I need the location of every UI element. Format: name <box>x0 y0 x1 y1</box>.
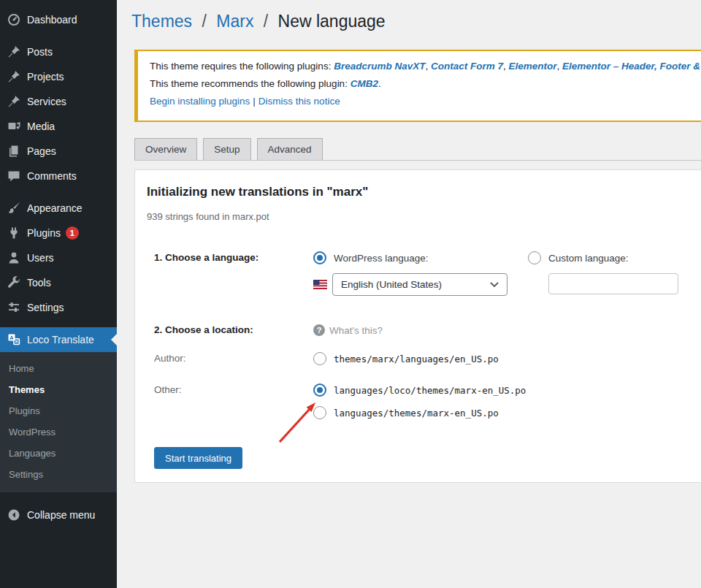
sidebar-item-settings[interactable]: Settings <box>0 295 117 320</box>
dashboard-icon <box>7 12 21 27</box>
page-title: New language <box>278 12 386 31</box>
loco-tabs: Overview Setup Advanced <box>134 138 701 161</box>
admin-sidebar: Dashboard Posts Projects Services Media <box>0 0 117 588</box>
submenu-item-plugins[interactable]: Plugins <box>0 400 117 421</box>
submenu-item-home[interactable]: Home <box>0 358 117 379</box>
plugin-link-breadcrumb-navxt[interactable]: Breadcrumb NavXT <box>334 61 425 72</box>
submenu-item-themes[interactable]: Themes <box>0 379 117 400</box>
sidebar-item-comments[interactable]: Comments <box>0 164 117 188</box>
sidebar-item-dashboard[interactable]: Dashboard <box>0 7 117 32</box>
plugin-link-contact-form-7[interactable]: Contact Form 7 <box>431 61 503 72</box>
plugin-link-cmb2[interactable]: CMB2 <box>350 78 378 89</box>
author-label: Author: <box>154 352 313 365</box>
chevron-down-icon <box>490 279 499 290</box>
submenu-item-languages[interactable]: Languages <box>0 443 117 464</box>
breadcrumb: Themes / Marx / New language <box>117 0 701 32</box>
choose-language-label: 1. Choose a language: <box>154 251 313 296</box>
brush-icon <box>7 201 21 215</box>
breadcrumb-marx-link[interactable]: Marx <box>216 12 253 31</box>
plugin-link-elementor-header-footer[interactable]: Elementor – Header, Footer & Blocks Te <box>562 61 701 72</box>
plugin-link-elementor[interactable]: Elementor <box>508 61 556 72</box>
us-flag-icon <box>313 280 327 289</box>
wordpress-language-group: WordPress language: English (United Stat… <box>313 251 528 296</box>
sidebar-item-tools[interactable]: Tools <box>0 270 117 295</box>
breadcrumb-themes-link[interactable]: Themes <box>131 12 192 31</box>
main-content: Themes / Marx / New language This theme … <box>117 0 701 588</box>
notice-required-line: This theme requires the following plugin… <box>150 61 691 72</box>
other-location-radio-1[interactable] <box>313 383 326 397</box>
other-location-radio-2[interactable] <box>313 406 326 419</box>
translate-icon: AЖ <box>7 332 21 347</box>
pages-icon <box>7 144 21 159</box>
author-location-row: Author: themes/marx/languages/en_US.po <box>147 352 692 365</box>
strings-found-text: 939 strings found in marx.pot <box>147 211 692 222</box>
comment-icon <box>7 169 21 183</box>
submenu-item-settings[interactable]: Settings <box>0 464 117 485</box>
sidebar-item-media[interactable]: Media <box>0 114 117 139</box>
author-location-radio[interactable] <box>313 352 326 365</box>
notice-actions-line: Begin installing plugins|Dismiss this no… <box>150 96 691 107</box>
plugin-required-notice: This theme requires the following plugin… <box>134 50 701 122</box>
selected-language: English (United States) <box>341 279 442 290</box>
wordpress-language-radio[interactable] <box>313 251 326 264</box>
start-translating-button[interactable]: Start translating <box>154 447 242 469</box>
user-icon <box>7 251 21 265</box>
sidebar-item-users[interactable]: Users <box>0 245 117 270</box>
wordpress-language-select[interactable]: English (United States) <box>332 273 507 296</box>
sidebar-item-plugins[interactable]: Plugins 1 <box>0 221 117 245</box>
author-location-path: themes/marx/languages/en_US.po <box>334 354 499 364</box>
help-icon[interactable]: ? <box>313 324 325 336</box>
custom-language-input[interactable] <box>548 273 678 294</box>
loco-translate-submenu: Home Themes Plugins WordPress Languages … <box>0 352 117 492</box>
pin-icon <box>7 69 21 84</box>
pin-icon <box>7 94 21 109</box>
other-location-row: Other: languages/loco/themes/marx-en_US.… <box>147 383 692 419</box>
collapse-icon <box>7 508 21 522</box>
plugins-update-badge: 1 <box>66 226 79 240</box>
custom-language-group: Custom language: <box>528 251 701 296</box>
begin-installing-plugins-link[interactable]: Begin installing plugins <box>150 96 250 107</box>
tab-setup[interactable]: Setup <box>203 138 250 160</box>
tab-advanced[interactable]: Advanced <box>257 138 323 160</box>
wordpress-language-radio-label: WordPress language: <box>334 253 429 264</box>
sidebar-item-projects[interactable]: Projects <box>0 64 117 89</box>
choose-location-row: 2. Choose a location: ? What's this? <box>147 324 692 336</box>
collapse-menu-button[interactable]: Collapse menu <box>0 503 117 527</box>
media-icon <box>7 119 21 134</box>
submenu-item-wordpress[interactable]: WordPress <box>0 421 117 443</box>
choose-location-label: 2. Choose a location: <box>154 324 313 336</box>
sidebar-item-appearance[interactable]: Appearance <box>0 196 117 221</box>
sidebar-item-posts[interactable]: Posts <box>0 39 117 64</box>
panel-title: Initializing new translations in "marx" <box>147 185 692 199</box>
other-location-path-2: languages/themes/marx-en_US.po <box>334 408 499 419</box>
sidebar-item-services[interactable]: Services <box>0 89 117 114</box>
dismiss-notice-link[interactable]: Dismiss this notice <box>258 96 340 107</box>
whats-this-text[interactable]: What's this? <box>329 325 383 336</box>
sidebar-item-loco-translate[interactable]: AЖ Loco Translate <box>0 327 117 352</box>
plug-icon <box>7 226 21 240</box>
sliders-icon <box>7 300 21 315</box>
choose-language-row: 1. Choose a language: WordPress language… <box>147 251 692 296</box>
pin-icon <box>7 45 21 59</box>
current-menu-arrow <box>111 334 117 345</box>
custom-language-radio-label: Custom language: <box>548 253 629 264</box>
svg-text:Ж: Ж <box>15 339 19 344</box>
new-language-panel: Initializing new translations in "marx" … <box>134 169 701 483</box>
other-location-path-1: languages/loco/themes/marx-en_US.po <box>334 385 526 396</box>
sidebar-item-pages[interactable]: Pages <box>0 139 117 164</box>
other-label: Other: <box>154 383 313 419</box>
tab-overview[interactable]: Overview <box>134 138 197 160</box>
notice-recommended-line: This theme recommends the following plug… <box>150 78 691 89</box>
wrench-icon <box>7 275 21 290</box>
custom-language-radio[interactable] <box>528 251 541 264</box>
